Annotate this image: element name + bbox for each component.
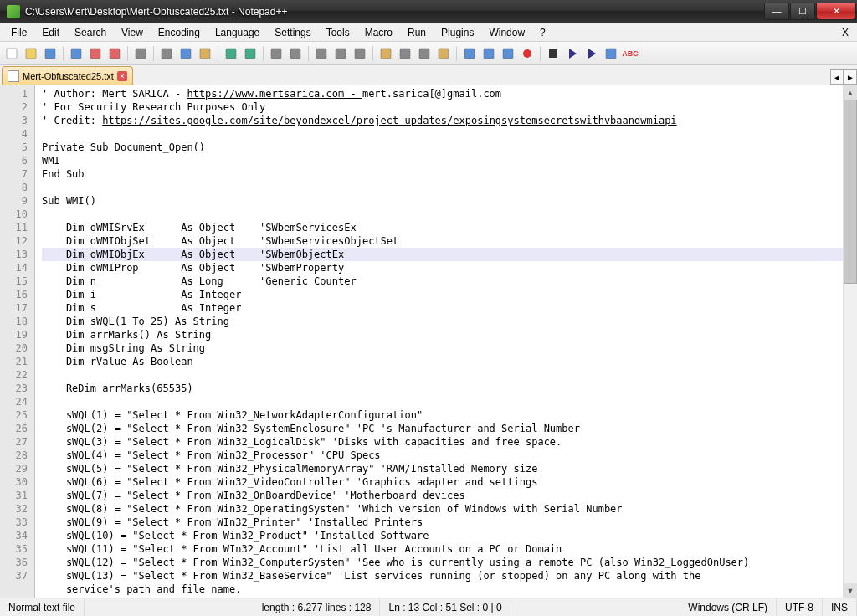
code-line[interactable]: Dim msgString As String	[42, 341, 843, 355]
new-icon[interactable]	[3, 45, 20, 62]
monitor-icon[interactable]	[500, 45, 516, 62]
menu-language[interactable]: Language	[208, 25, 267, 40]
func-list-icon[interactable]	[480, 45, 497, 62]
code-line[interactable]: Dim rValue As Boolean	[42, 355, 843, 368]
code-line[interactable]: WMI	[42, 154, 843, 167]
editor[interactable]: 1234567891011121314151617181920212223242…	[0, 85, 857, 598]
undo-icon[interactable]	[223, 45, 239, 62]
code-line[interactable]: sWQL(13) = "Select * From Win32_BaseServ…	[42, 569, 843, 583]
zoom-in-icon[interactable]	[313, 45, 330, 62]
menu-macro[interactable]: Macro	[357, 25, 400, 40]
menu-tools[interactable]: Tools	[319, 25, 357, 40]
tab-next-button[interactable]: ►	[844, 69, 857, 85]
code-line[interactable]	[42, 181, 843, 194]
abc-spell-icon[interactable]: ABC	[622, 45, 639, 62]
macro-save-icon[interactable]	[603, 45, 619, 62]
play-icon[interactable]	[564, 45, 581, 62]
code-line[interactable]: End Sub	[42, 167, 843, 181]
code-line[interactable]: sWQL(12) = "Select * From Win32_Computer…	[42, 556, 843, 569]
tab-close-icon[interactable]: ×	[117, 71, 127, 81]
code-line[interactable]: sWQL(7) = "Select * From WIn32_OnBoardDe…	[42, 489, 843, 502]
code-line[interactable]: Dim oWMISrvEx As Object 'SWbemServicesEx	[42, 221, 843, 234]
save-icon[interactable]	[42, 45, 59, 62]
menu-help[interactable]: ?	[532, 25, 553, 40]
print-icon[interactable]	[132, 45, 149, 62]
code-line[interactable]: Dim n As Long 'Generic Counter	[42, 275, 843, 288]
code-line[interactable]: Private Sub Document_Open()	[42, 141, 843, 154]
close-all-icon[interactable]	[106, 45, 123, 62]
play-multi-icon[interactable]	[583, 45, 600, 62]
scroll-thumb[interactable]	[844, 100, 857, 284]
find-icon[interactable]	[268, 45, 285, 62]
close-button[interactable]: ✕	[816, 3, 856, 20]
code-line[interactable]: sWQL(9) = "Select * From WIn32_Printer" …	[42, 516, 843, 529]
folder-icon[interactable]	[435, 45, 452, 62]
minimize-button[interactable]: —	[764, 3, 789, 20]
code-line[interactable]	[42, 395, 843, 408]
code-line[interactable]: Dim sWQL(1 To 25) As String	[42, 315, 843, 328]
code-line[interactable]: sWQL(8) = "Select * From Win32_Operating…	[42, 502, 843, 516]
record-icon[interactable]	[519, 45, 536, 62]
scroll-track[interactable]	[844, 100, 857, 583]
menubar-close-x[interactable]: X	[834, 27, 857, 38]
cut-icon[interactable]	[158, 45, 175, 62]
menubar[interactable]: FileEditSearchViewEncodingLanguageSettin…	[0, 23, 857, 42]
copy-icon[interactable]	[177, 45, 194, 62]
code-line[interactable]: sWQL(2) = "Select * From Win32_SystemEnc…	[42, 422, 843, 435]
word-wrap-icon[interactable]	[377, 45, 394, 62]
code-line[interactable]: service's path and file name.	[42, 583, 843, 596]
code-line[interactable]	[42, 368, 843, 382]
code-line[interactable]: ReDim arrMarks(65535)	[42, 382, 843, 395]
code-line[interactable]: sWQL(11) = "Select * From WIn32_Account"…	[42, 542, 843, 556]
code-line[interactable]: sWQL(1) = "Select * From Win32_NetworkAd…	[42, 408, 843, 422]
code-line[interactable]: ' For Security Research Purposes Only	[42, 100, 843, 114]
maximize-button[interactable]: ☐	[790, 3, 815, 20]
code-line[interactable]: ' Credit: https://sites.google.com/site/…	[42, 114, 843, 127]
code-line[interactable]: Dim i As Integer	[42, 288, 843, 301]
menu-encoding[interactable]: Encoding	[151, 25, 208, 40]
code-line[interactable]: Sub WMI()	[42, 194, 843, 208]
code-line[interactable]: ' Author: Mert SARICA - https://www.mert…	[42, 87, 843, 100]
scroll-up-button[interactable]: ▲	[844, 85, 857, 100]
tabbar[interactable]: Mert-Obfuscated25.txt × ◄ ►	[0, 65, 857, 85]
code-line[interactable]: Dim s As Integer	[42, 301, 843, 315]
code-line[interactable]	[42, 208, 843, 221]
code-line[interactable]: sWQL(10) = "Select * From Win32_Product"…	[42, 529, 843, 542]
code-line[interactable]	[42, 127, 843, 141]
indent-icon[interactable]	[416, 45, 433, 62]
code-line[interactable]: sWQL(3) = "Select * From Win32_LogicalDi…	[42, 435, 843, 449]
menu-window[interactable]: Window	[481, 25, 532, 40]
menu-plugins[interactable]: Plugins	[434, 25, 481, 40]
code-area[interactable]: ' Author: Mert SARICA - https://www.mert…	[35, 85, 843, 598]
scroll-down-button[interactable]: ▼	[844, 583, 857, 598]
menu-file[interactable]: File	[3, 25, 34, 40]
redo-icon[interactable]	[242, 45, 259, 62]
code-line[interactable]: sWQL(6) = "Select * From Win32_VideoCont…	[42, 475, 843, 489]
save-all-icon[interactable]	[68, 45, 85, 62]
close-icon[interactable]	[87, 45, 104, 62]
doc-map-icon[interactable]	[461, 45, 478, 62]
code-line[interactable]: Dim oWMIObjEx As Object 'SWbemObjectEx	[42, 248, 843, 261]
menu-search[interactable]: Search	[67, 25, 114, 40]
paste-icon[interactable]	[197, 45, 213, 62]
code-line[interactable]: sWQL(5) = "Select * From Win32_PhysicalM…	[42, 462, 843, 475]
code-line[interactable]: Dim oWMIProp As Object 'SWbemProperty	[42, 261, 843, 275]
all-chars-icon[interactable]	[397, 45, 413, 62]
vertical-scrollbar[interactable]: ▲ ▼	[843, 85, 857, 598]
titlebar[interactable]: C:\Users\Mert\Desktop\Mert-Obfuscated25.…	[0, 0, 857, 23]
replace-icon[interactable]	[287, 45, 304, 62]
stop-icon[interactable]	[545, 45, 562, 62]
sync-icon[interactable]	[352, 45, 368, 62]
menu-edit[interactable]: Edit	[34, 25, 67, 40]
tab-prev-button[interactable]: ◄	[830, 69, 844, 85]
menu-settings[interactable]: Settings	[267, 25, 318, 40]
code-line[interactable]: sWQL(4) = "Select * From Win32_Processor…	[42, 449, 843, 462]
open-icon[interactable]	[23, 45, 39, 62]
menu-run[interactable]: Run	[400, 25, 434, 40]
tab-active[interactable]: Mert-Obfuscated25.txt ×	[2, 66, 133, 85]
menu-view[interactable]: View	[114, 25, 151, 40]
code-line[interactable]: Dim oWMIObjSet As Object 'SWbemServicesO…	[42, 234, 843, 248]
zoom-out-icon[interactable]	[332, 45, 349, 62]
code-line[interactable]: Dim arrMarks() As String	[42, 328, 843, 341]
toolbar[interactable]: ABC	[0, 42, 857, 65]
